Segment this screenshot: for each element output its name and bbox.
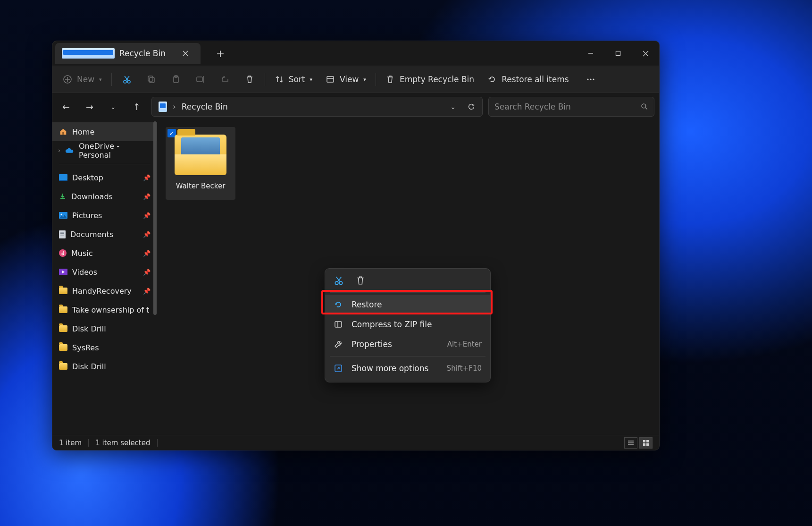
sidebar-item-take-ownership[interactable]: Take ownsership of t bbox=[52, 300, 157, 319]
context-restore[interactable]: Restore bbox=[325, 295, 490, 314]
copy-button[interactable] bbox=[140, 70, 163, 89]
pin-icon: 📌 bbox=[143, 193, 151, 200]
forward-button[interactable]: → bbox=[81, 98, 99, 116]
status-selected: 1 item selected bbox=[95, 439, 150, 447]
share-button[interactable] bbox=[214, 70, 236, 89]
pin-icon: 📌 bbox=[143, 174, 151, 181]
documents-icon bbox=[59, 230, 66, 238]
svg-point-21 bbox=[587, 78, 588, 80]
breadcrumb[interactable]: › Recycle Bin ⌄ bbox=[151, 97, 483, 117]
new-button[interactable]: New ▾ bbox=[57, 70, 108, 89]
folder-icon bbox=[59, 344, 67, 351]
chevron-right-icon: › bbox=[58, 147, 60, 154]
sidebar-item-handyrecovery[interactable]: HandyRecovery📌 bbox=[52, 281, 157, 300]
svg-rect-27 bbox=[59, 174, 67, 180]
download-icon bbox=[59, 193, 67, 200]
sidebar-item-home[interactable]: Home bbox=[52, 122, 157, 141]
sidebar-item-sysres[interactable]: SysRes bbox=[52, 338, 157, 357]
paste-button[interactable] bbox=[165, 70, 187, 89]
sidebar-item-music[interactable]: Music📌 bbox=[52, 244, 157, 263]
content-area[interactable]: ✓ Walter Becker Restore bbox=[157, 120, 659, 435]
wrench-icon bbox=[334, 339, 343, 349]
svg-rect-3 bbox=[616, 51, 620, 56]
delete-button[interactable] bbox=[355, 275, 366, 286]
file-explorer-window: Recycle Bin + New ▾ Sort ▾ bbox=[52, 41, 660, 450]
sidebar-item-onedrive[interactable]: › OneDrive - Personal bbox=[52, 141, 157, 160]
sidebar-item-disk-drill-1[interactable]: Disk Drill bbox=[52, 319, 157, 338]
search-input[interactable]: Search Recycle Bin bbox=[488, 97, 654, 117]
svg-rect-49 bbox=[643, 443, 645, 446]
body: Home › OneDrive - Personal Desktop📌 Down… bbox=[52, 120, 659, 435]
svg-rect-13 bbox=[150, 77, 154, 83]
tab-title: Recycle Bin bbox=[119, 49, 172, 58]
svg-rect-28 bbox=[59, 180, 67, 181]
expand-icon bbox=[334, 364, 343, 373]
svg-rect-41 bbox=[335, 322, 342, 327]
svg-point-30 bbox=[61, 214, 62, 215]
empty-recycle-bin-button[interactable]: Empty Recycle Bin bbox=[380, 70, 480, 89]
delete-button[interactable] bbox=[238, 70, 261, 89]
up-button[interactable]: ↑ bbox=[128, 98, 146, 116]
desktop-icon bbox=[59, 174, 67, 181]
sidebar: Home › OneDrive - Personal Desktop📌 Down… bbox=[52, 120, 157, 435]
chevron-down-icon: ▾ bbox=[363, 76, 366, 83]
pictures-icon bbox=[59, 212, 67, 219]
svg-rect-17 bbox=[197, 77, 202, 82]
context-compress[interactable]: Compress to ZIP file bbox=[325, 314, 490, 334]
cut-button[interactable] bbox=[334, 275, 344, 286]
svg-rect-48 bbox=[646, 440, 649, 442]
list-item[interactable]: ✓ Walter Becker bbox=[166, 127, 235, 200]
minimize-button[interactable] bbox=[577, 44, 604, 63]
chevron-right-icon: › bbox=[173, 102, 176, 111]
more-button[interactable] bbox=[579, 70, 602, 89]
breadcrumb-path: Recycle Bin bbox=[182, 102, 228, 111]
sidebar-item-disk-drill-2[interactable]: Disk Drill bbox=[52, 357, 157, 376]
icons-view-button[interactable] bbox=[639, 437, 653, 449]
context-show-more[interactable]: Show more options Shift+F10 bbox=[325, 358, 490, 378]
sort-button[interactable]: Sort ▾ bbox=[269, 70, 318, 89]
folder-icon bbox=[59, 363, 67, 370]
recycle-bin-icon bbox=[159, 102, 167, 112]
tab-recycle-bin[interactable]: Recycle Bin bbox=[55, 43, 201, 64]
context-menu: Restore Compress to ZIP file Properties … bbox=[325, 268, 491, 382]
cut-button[interactable] bbox=[116, 70, 138, 89]
recent-locations-button[interactable]: ⌄ bbox=[104, 98, 122, 116]
pin-icon: 📌 bbox=[143, 269, 151, 276]
folder-icon bbox=[175, 135, 226, 175]
sidebar-item-pictures[interactable]: Pictures📌 bbox=[52, 206, 157, 225]
chevron-down-icon: ▾ bbox=[99, 76, 102, 83]
svg-point-23 bbox=[593, 78, 594, 80]
sidebar-scrollbar[interactable] bbox=[153, 121, 157, 315]
refresh-button[interactable] bbox=[467, 102, 476, 111]
svg-point-22 bbox=[590, 78, 591, 80]
close-window-button[interactable] bbox=[632, 44, 659, 63]
search-placeholder: Search Recycle Bin bbox=[494, 102, 641, 111]
videos-icon bbox=[59, 269, 67, 275]
back-button[interactable]: ← bbox=[57, 98, 75, 116]
sidebar-item-downloads[interactable]: Downloads📌 bbox=[52, 187, 157, 206]
window-controls bbox=[577, 44, 659, 63]
context-properties[interactable]: Properties Alt+Enter bbox=[325, 334, 490, 354]
details-view-button[interactable] bbox=[624, 437, 637, 449]
restore-all-button[interactable]: Restore all items bbox=[482, 70, 574, 89]
chevron-down-icon[interactable]: ⌄ bbox=[450, 103, 456, 110]
maximize-button[interactable] bbox=[604, 44, 632, 63]
chevron-down-icon: ▾ bbox=[310, 76, 312, 83]
restore-icon bbox=[334, 300, 343, 309]
zip-icon bbox=[334, 320, 343, 329]
item-label: Walter Becker bbox=[176, 182, 226, 190]
svg-rect-32 bbox=[60, 232, 64, 233]
new-tab-button[interactable]: + bbox=[212, 45, 229, 62]
address-bar: ← → ⌄ ↑ › Recycle Bin ⌄ Search Recycle B… bbox=[52, 93, 659, 120]
svg-rect-26 bbox=[62, 132, 64, 135]
rename-button[interactable] bbox=[189, 70, 212, 89]
sidebar-item-desktop[interactable]: Desktop📌 bbox=[52, 168, 157, 187]
sidebar-item-videos[interactable]: Videos📌 bbox=[52, 263, 157, 281]
svg-rect-31 bbox=[59, 230, 66, 238]
toolbar: New ▾ Sort ▾ View ▾ Empty Recycle Bin Re… bbox=[52, 66, 659, 93]
cloud-icon bbox=[65, 147, 74, 154]
titlebar: Recycle Bin + bbox=[52, 41, 659, 66]
sidebar-item-documents[interactable]: Documents📌 bbox=[52, 225, 157, 244]
view-button[interactable]: View ▾ bbox=[320, 70, 372, 89]
close-tab-button[interactable] bbox=[177, 45, 194, 62]
